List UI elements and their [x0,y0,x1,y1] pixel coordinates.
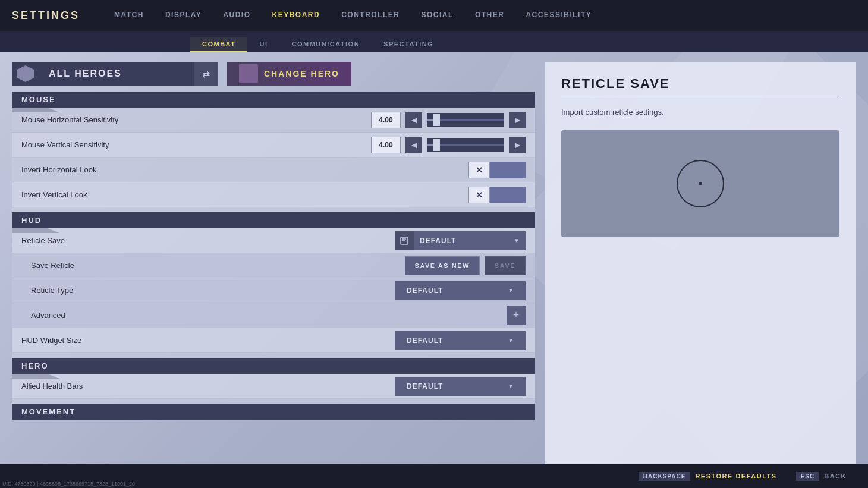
change-hero-button[interactable]: CHANGE HERO [227,62,351,86]
invert-v-label: Invert Vertical Look [21,190,468,199]
hero-name: ALL HEROES [49,68,122,79]
hero-selector: ALL HEROES ⇄ CHANGE HERO [12,62,535,86]
nav-item-match[interactable]: MATCH [103,0,155,31]
h-sensitivity-left[interactable]: ◀ [405,112,422,128]
reticle-save-icon [395,231,414,250]
toggle-empty-v[interactable] [490,187,526,203]
swap-icon: ⇄ [202,68,210,80]
reticle-type-label: Reticle Type [31,286,395,295]
reticle-circle [677,160,724,207]
hero-section-title: HERO [21,361,49,370]
reticle-dot [699,182,702,185]
subnav-spectating[interactable]: SPECTATING [372,37,445,52]
restore-defaults-button[interactable]: BACKSPACE RESTORE DEFAULTS [629,464,787,488]
reticle-save-label: Reticle Save [21,236,395,245]
h-sensitivity-slider[interactable] [427,113,504,127]
restore-defaults-label: RESTORE DEFAULTS [695,473,776,480]
change-hero-avatar [239,64,258,83]
hero-swap-button[interactable]: ⇄ [194,62,218,86]
save-as-new-button[interactable]: SAVE AS NEW [405,256,480,275]
v-sensitivity-slider[interactable] [427,138,504,152]
settings-panel: MOUSE Mouse Horizontal Sensitivity 4.00 … [12,92,535,420]
hud-section-header: HUD [12,212,535,228]
setting-row-advanced: Advanced + [12,303,535,328]
back-button[interactable]: ESC BACK [787,464,856,488]
subnav-combat[interactable]: COMBAT [190,37,247,52]
nav-item-other[interactable]: OTHER [464,0,515,31]
setting-row-invert-v: Invert Vertical Look ✕ [12,182,535,207]
hero-icon-box [12,62,39,86]
reticle-type-dropdown[interactable]: Default ▼ [395,281,526,300]
setting-row-hud-widget: HUD Widget Size DEFAULT ▼ [12,328,535,353]
nav-item-controller[interactable]: CONTROLLER [331,0,410,31]
hud-widget-arrow: ▼ [508,337,520,344]
hud-section-title: HUD [21,216,42,225]
setting-row-allied-health: Allied Health Bars Default ▼ [12,374,535,399]
v-sensitivity-label: Mouse Vertical Sensitivity [21,140,371,149]
hud-widget-dropdown[interactable]: DEFAULT ▼ [395,331,526,350]
nav-items: MATCH DISPLAY AUDIO KEYBOARD CONTROLLER … [103,0,602,31]
reticle-type-arrow: ▼ [508,287,520,294]
nav-item-audio[interactable]: AUDIO [212,0,261,31]
right-panel: RETICLE SAVE Import custom reticle setti… [545,62,856,464]
backspace-key: BACKSPACE [639,472,691,481]
v-sensitivity-value[interactable]: 4.00 [371,137,401,153]
hero-name-box: ALL HEROES [39,62,194,86]
setting-row-v-sensitivity: Mouse Vertical Sensitivity 4.00 ◀ ▶ [12,133,535,158]
movement-section-header: MOVEMENT [12,404,535,420]
hero-icon [17,65,34,82]
invert-h-toggle[interactable]: ✕ [468,162,526,178]
v-sensitivity-controls: 4.00 ◀ ▶ [371,137,526,153]
nav-item-display[interactable]: DISPLAY [155,0,212,31]
right-panel-title: RETICLE SAVE [561,76,839,99]
v-sensitivity-right[interactable]: ▶ [509,137,526,153]
h-sensitivity-right[interactable]: ▶ [509,112,526,128]
mouse-section-header: MOUSE [12,92,535,108]
setting-row-h-sensitivity: Mouse Horizontal Sensitivity 4.00 ◀ ▶ [12,108,535,133]
esc-key: ESC [796,472,820,481]
reticle-icon-svg [400,236,409,245]
nav-item-accessibility[interactable]: ACCESSIBILITY [515,0,602,31]
v-sensitivity-left[interactable]: ◀ [405,137,422,153]
right-panel-description: Import custom reticle settings. [561,106,839,118]
reticle-preview [561,130,839,237]
h-sensitivity-controls: 4.00 ◀ ▶ [371,112,526,128]
setting-row-invert-h: Invert Horizontal Look ✕ [12,158,535,182]
toggle-empty-h[interactable] [490,162,526,178]
hud-widget-label: HUD Widget Size [21,336,395,345]
h-sensitivity-value[interactable]: 4.00 [371,112,401,128]
invert-h-label: Invert Horizontal Look [21,165,468,174]
save-button[interactable]: SAVE [485,256,526,275]
advanced-expand-button[interactable]: + [507,306,526,325]
allied-health-value: Default [401,382,508,391]
movement-section-title: MOVEMENT [21,407,76,416]
allied-health-arrow: ▼ [508,383,520,389]
h-sensitivity-label: Mouse Horizontal Sensitivity [21,115,371,124]
setting-row-reticle-type: Reticle Type Default ▼ [12,278,535,303]
reticle-save-arrow: ▼ [514,237,526,244]
left-panel: ALL HEROES ⇄ CHANGE HERO MOUSE Mouse Hor… [12,62,535,464]
hero-section-header: HERO [12,358,535,374]
subnav-communication[interactable]: COMMUNICATION [279,37,372,52]
change-hero-label: CHANGE HERO [264,69,339,78]
setting-row-reticle-save: Reticle Save Default ▼ [12,228,535,253]
sub-navigation: COMBAT UI COMMUNICATION SPECTATING [0,31,868,52]
nav-item-keyboard[interactable]: KEYBOARD [262,0,331,31]
nav-item-social[interactable]: SOCIAL [411,0,464,31]
invert-v-toggle[interactable]: ✕ [468,187,526,203]
allied-health-label: Allied Health Bars [21,382,395,391]
save-reticle-controls: SAVE AS NEW SAVE [405,256,526,275]
app-title: SETTINGS [12,10,80,22]
allied-health-dropdown[interactable]: Default ▼ [395,377,526,396]
toggle-x-v[interactable]: ✕ [468,187,490,203]
reticle-type-value: Default [401,286,508,295]
toggle-x-h[interactable]: ✕ [468,162,490,178]
reticle-save-value: Default [414,237,514,245]
reticle-save-dropdown[interactable]: Default ▼ [395,231,526,250]
hud-widget-value: DEFAULT [401,336,508,345]
main-layout: ALL HEROES ⇄ CHANGE HERO MOUSE Mouse Hor… [0,52,868,464]
back-label: BACK [824,473,847,480]
subnav-ui[interactable]: UI [247,37,279,52]
save-reticle-label: Save Reticle [31,261,405,270]
mouse-section-title: MOUSE [21,95,56,104]
